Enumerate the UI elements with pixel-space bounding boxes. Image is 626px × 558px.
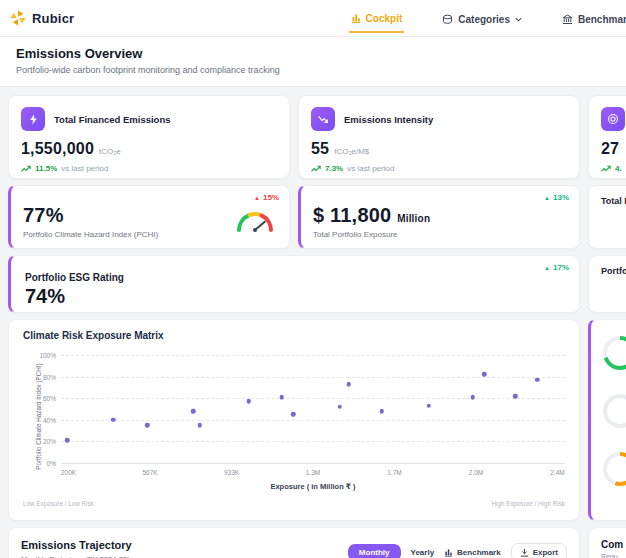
gridline <box>61 420 565 421</box>
scatter-point <box>197 423 202 428</box>
benchmarks-icon <box>562 14 573 25</box>
x-axis-label: Exposure ( in Million ₹ ) <box>61 482 565 491</box>
scatter-point <box>471 395 476 400</box>
x-tick-label: 200K <box>61 469 76 476</box>
clipped-compliance-card: Com Regu <box>588 527 626 558</box>
nav-cockpit[interactable]: Cockpit <box>349 4 405 33</box>
climate-risk-matrix-card: Climate Risk Exposure Matrix Portfolio C… <box>8 319 580 521</box>
x-tick-label: 1.7M <box>387 469 401 476</box>
benchmark-button[interactable]: Benchmark <box>444 548 501 557</box>
nav-benchmarks-label: Benchmarks <box>578 14 626 25</box>
exposure-label: Total Portfolio Exposure <box>313 230 567 239</box>
progress-ring-green <box>603 336 626 370</box>
kpi-trend-pct: 7.3% <box>325 164 343 173</box>
y-tick-label: 40% <box>43 416 56 423</box>
kpi-title: Total Financed Emissions <box>54 114 171 125</box>
scatter-point <box>65 438 70 443</box>
scatter-point <box>291 412 296 417</box>
x-tick-label: 933K <box>224 469 239 476</box>
yearly-button[interactable]: Yearly <box>411 548 435 557</box>
page-head: Emissions Overview Portfolio-wide carbon… <box>0 37 626 87</box>
nav-categories[interactable]: Categories <box>440 5 524 32</box>
clipped-card-subtitle: Regu <box>601 553 626 558</box>
target-icon <box>601 107 625 131</box>
export-button[interactable]: Export <box>511 543 567 558</box>
page-title: Emissions Overview <box>16 46 610 61</box>
annotation-high-risk: High Exposure / High Risk <box>492 500 566 507</box>
clipped-card-title: Com <box>601 539 626 550</box>
triangle-up-icon: ▲ <box>544 195 550 201</box>
page-subtitle: Portfolio-wide carbon footprint monitori… <box>16 65 610 75</box>
benchmark-chart-icon <box>444 548 453 557</box>
nav-categories-label: Categories <box>458 14 510 25</box>
kpi-value: 1,550,000 <box>21 140 94 158</box>
triangle-up-icon: ▲ <box>544 265 550 271</box>
emissions-trajectory-card: Emissions Trajectory Monthly Emissions (… <box>8 527 580 558</box>
y-axis-label: Portfolio Climate Hazard Index (PCHI) <box>23 355 35 463</box>
y-tick-label: 0% <box>47 460 56 467</box>
scatter-point <box>337 405 342 410</box>
clipped-card-total-po: Total Po <box>588 185 626 249</box>
clipped-card-title: Total Po <box>589 186 626 206</box>
trajectory-title: Emissions Trajectory <box>21 539 132 551</box>
progress-ring-gray <box>603 394 626 428</box>
y-axis-ticks: 100%80%60%40%20%0% <box>35 355 61 463</box>
gridline <box>61 441 565 442</box>
kpi-unit: tCO₂e <box>99 147 121 156</box>
kpi-value: 55 <box>311 140 329 158</box>
trend-badge: ▲15% <box>254 193 279 202</box>
trend-up-icon <box>21 165 31 173</box>
scatter-point <box>346 382 351 387</box>
scatter-point <box>280 395 285 400</box>
esg-label: Portfolio ESG Rating <box>25 272 565 283</box>
scatter-point <box>380 409 385 414</box>
triangle-up-icon: ▲ <box>254 195 260 201</box>
y-tick-label: 80% <box>43 373 56 380</box>
esg-rating-card: ▲17% Portfolio ESG Rating 74% <box>8 255 580 313</box>
kpi-card-total-financed-emissions: Total Financed Emissions 1,550,000 tCO₂e… <box>8 95 290 179</box>
scatter-point <box>513 394 518 399</box>
progress-ring-orange <box>603 452 626 486</box>
y-tick-label: 20% <box>43 438 56 445</box>
exposure-value: $ 11,800 Million <box>313 204 567 227</box>
y-tick-label: 100% <box>39 352 56 359</box>
clipped-card-portfolio: Portfoli <box>588 255 626 313</box>
scatter-point <box>111 418 116 423</box>
nav-cockpit-label: Cockpit <box>366 13 403 24</box>
bar-chart-icon <box>351 13 361 23</box>
clipped-card-title: Portfoli <box>589 256 626 276</box>
monthly-button[interactable]: Monthly <box>348 544 401 558</box>
kpi-trend-pct: 4. <box>615 164 622 173</box>
gridline <box>61 398 565 399</box>
scatter-point <box>246 399 251 404</box>
chevron-down-icon <box>515 17 522 22</box>
annotation-low-risk: Low Exposure / Low Risk <box>23 500 94 507</box>
x-axis-ticks: 200K567K933K1.3M1.7M2.0M2.4M <box>61 467 565 479</box>
clipped-rings-card <box>588 319 626 521</box>
kpi-trend-note: vs last period <box>61 164 108 173</box>
app-header: Rubicr Cockpit Categories Benchmarks <box>0 0 626 37</box>
gridline <box>61 377 565 378</box>
brand-logo-icon <box>10 10 26 26</box>
kpi-unit: tCO₂e/M$ <box>334 147 369 156</box>
brand: Rubicr <box>10 10 74 26</box>
chart-title: Climate Risk Exposure Matrix <box>23 330 565 341</box>
x-tick-label: 567K <box>142 469 157 476</box>
trend-badge: ▲13% <box>544 193 569 202</box>
y-tick-label: 60% <box>43 395 56 402</box>
scatter-plot <box>61 355 565 463</box>
kpi-trend-pct: 11.5% <box>35 164 57 173</box>
hazard-index-card: ▲15% 77% Portfolio Climate Hazard Index … <box>8 185 290 249</box>
kpi-title: Emissions Intensity <box>344 114 433 125</box>
x-tick-label: 1.3M <box>306 469 320 476</box>
gauge-icon <box>235 209 275 238</box>
scatter-point <box>426 404 431 409</box>
gridline <box>61 463 565 464</box>
kpi-value: 27 <box>601 140 619 158</box>
brand-name: Rubicr <box>32 11 74 26</box>
trend-line-icon <box>311 107 335 131</box>
trend-up-icon <box>311 165 321 173</box>
esg-value: 74% <box>25 285 565 308</box>
main-nav: Cockpit Categories Benchmarks <box>349 4 626 33</box>
nav-benchmarks[interactable]: Benchmarks <box>560 5 626 32</box>
